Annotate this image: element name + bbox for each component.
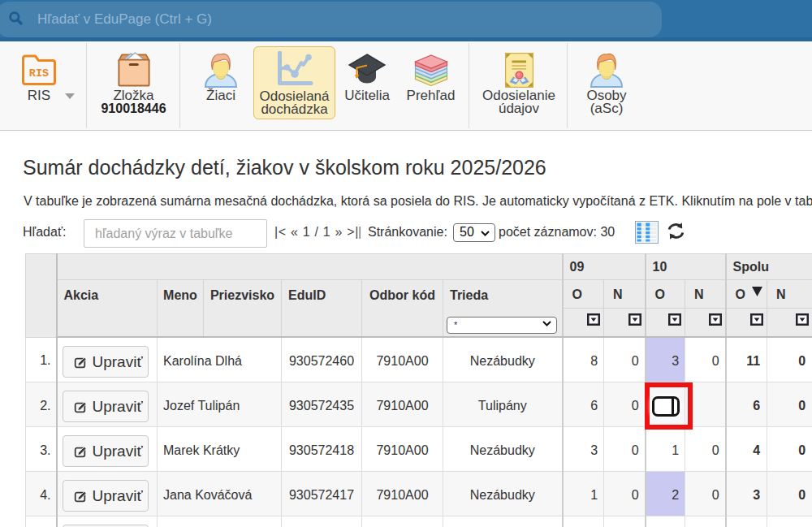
svg-text:RIS: RIS bbox=[29, 67, 49, 80]
